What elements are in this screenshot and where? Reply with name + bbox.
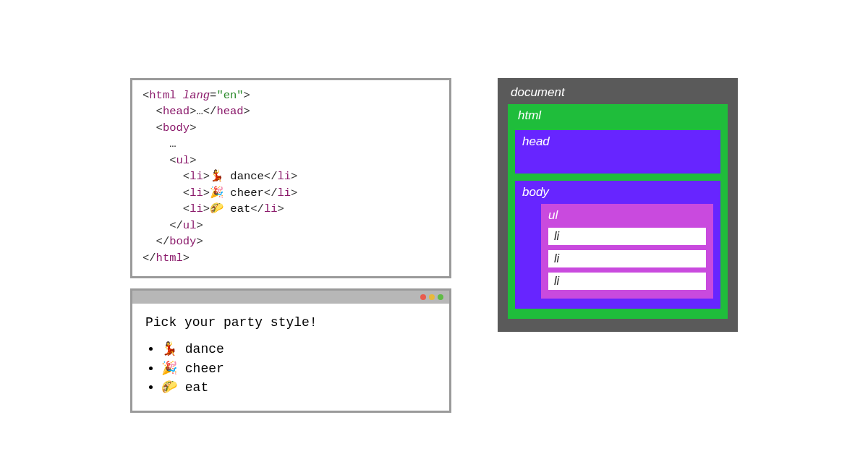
li-1-text: dance [224, 170, 264, 183]
dom-diagram: document html head body ul li li li [498, 78, 738, 332]
li-2-text: cheer [224, 187, 264, 200]
code-panel: <html lang="en"> <head>…</head> <body> …… [130, 78, 451, 278]
browser-heading: Pick your party style! [145, 314, 436, 332]
list-item: 💃 dance [161, 340, 436, 359]
ellipsis-2: … [169, 137, 176, 150]
list-item-emoji: 🌮 [161, 380, 177, 395]
dom-head-label: head [522, 134, 713, 149]
dom-ul-box: ul li li li [541, 204, 713, 299]
list-item-emoji: 💃 [161, 342, 177, 356]
dom-html-box: html head body ul li li li [508, 104, 728, 319]
dom-html-label: html [515, 107, 720, 127]
li-2-emoji: 🎉 [210, 187, 224, 200]
tag-li-1-close: li [277, 170, 291, 183]
dom-body-box: body ul li li li [515, 181, 720, 309]
li-3-text: eat [224, 202, 250, 215]
tag-li-2-open: li [190, 187, 203, 200]
li-1-emoji: 💃 [210, 170, 224, 183]
traffic-light-yellow-icon [429, 294, 435, 300]
tag-li-3-open: li [190, 202, 203, 215]
dom-li-box: li [548, 273, 706, 290]
list-item-text: cheer [177, 361, 224, 376]
tag-ul-open: ul [176, 154, 190, 167]
tag-li-1-open: li [190, 170, 203, 183]
dom-ul-label: ul [548, 208, 706, 223]
tag-body-close: body [169, 235, 196, 248]
browser-list: 💃 dance 🎉 cheer 🌮 eat [145, 340, 436, 397]
traffic-light-red-icon [420, 294, 426, 300]
list-item-emoji: 🎉 [161, 361, 177, 376]
attr-lang-value: "en" [216, 89, 243, 102]
dom-head-box: head [515, 130, 720, 174]
list-item-text: eat [177, 380, 208, 395]
dom-document-label: document [508, 84, 728, 104]
dom-li-box: li [548, 228, 706, 245]
traffic-light-green-icon [438, 294, 443, 300]
tag-li-2-close: li [277, 187, 291, 200]
tag-html-open: html [149, 89, 176, 102]
li-3-emoji: 🌮 [210, 202, 224, 215]
tag-head-close: head [216, 105, 243, 118]
tag-html-close: html [156, 252, 183, 265]
attr-lang: lang [183, 89, 210, 102]
list-item: 🎉 cheer [161, 360, 436, 378]
ellipsis: … [196, 105, 203, 118]
browser-titlebar [132, 291, 449, 304]
dom-body-label: body [522, 185, 713, 200]
dom-li-box: li [548, 250, 706, 267]
tag-head-open: head [163, 105, 190, 118]
list-item: 🌮 eat [161, 379, 436, 397]
browser-panel: Pick your party style! 💃 dance 🎉 cheer 🌮… [130, 288, 451, 413]
tag-body-open: body [163, 121, 190, 134]
tag-li-3-close: li [264, 202, 278, 215]
tag-ul-close: ul [183, 219, 197, 232]
list-item-text: dance [177, 342, 224, 356]
